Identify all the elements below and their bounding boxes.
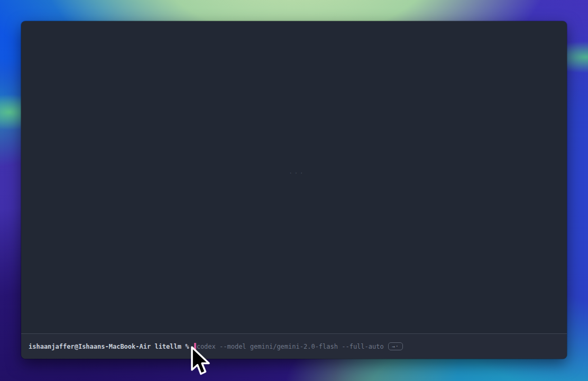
terminal-body: ··· — [21, 21, 567, 333]
autosuggestion-text: codex --model gemini/gemini-2.0-flash --… — [197, 343, 384, 350]
text-caret — [194, 343, 196, 350]
terminal-window[interactable]: ··· ishaanjaffer@Ishaans-MacBook-Air lit… — [21, 21, 567, 359]
desktop-wallpaper: ··· ishaanjaffer@Ishaans-MacBook-Air lit… — [0, 0, 588, 381]
terminal-loading-dots: ··· — [289, 169, 305, 177]
shell-prompt-label: ishaanjaffer@Ishaans-MacBook-Air litellm… — [29, 343, 193, 350]
terminal-prompt-bar: ishaanjaffer@Ishaans-MacBook-Air litellm… — [21, 334, 567, 359]
shell-input-line[interactable]: ishaanjaffer@Ishaans-MacBook-Air litellm… — [29, 342, 403, 350]
accept-suggestion-key-hint: →· — [388, 342, 403, 350]
